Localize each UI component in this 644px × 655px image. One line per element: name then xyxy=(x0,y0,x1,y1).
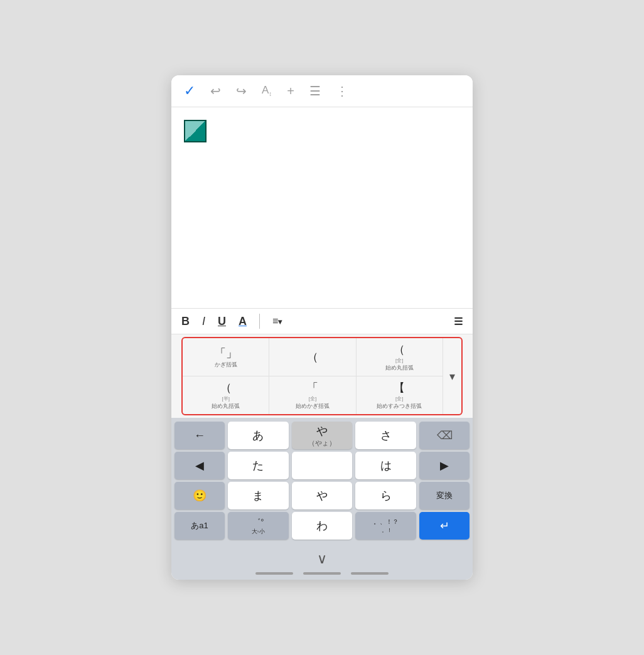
color-button[interactable]: A xyxy=(239,315,247,328)
suggestion-paren-half2[interactable]: （ [半] 始め丸括弧 xyxy=(183,376,269,414)
ya2-key[interactable]: や xyxy=(292,482,353,509)
keyboard-row-1: ← あ や （やょ） さ ⌫ xyxy=(171,420,473,450)
ma-key[interactable]: ま xyxy=(228,482,289,509)
suggestion-kagi[interactable]: 「」 かぎ括弧 xyxy=(183,338,269,376)
undo-icon[interactable]: ↩ xyxy=(210,83,221,99)
keyboard-row-2: ◀ た は ▶ xyxy=(171,450,473,481)
handle-bar-3 xyxy=(351,572,389,575)
handle-bar-1 xyxy=(255,572,293,575)
punct-key[interactable]: 。、！？ 。 ! xyxy=(355,512,416,540)
handle-bar-2 xyxy=(303,572,341,575)
dakuten-key[interactable]: ゛° 大◦小 xyxy=(228,512,289,540)
keyboard-row-3: 🙂 ま や ら 変換 xyxy=(171,481,473,511)
redo-icon[interactable]: ↪ xyxy=(236,83,247,99)
bottom-bar: ∨ xyxy=(171,543,473,570)
ra-key[interactable]: ら xyxy=(355,482,416,509)
toolbar-divider xyxy=(259,314,260,329)
add-icon[interactable]: + xyxy=(287,84,294,99)
empty-key[interactable] xyxy=(292,452,353,479)
ha-key[interactable]: は xyxy=(355,452,416,479)
align-button[interactable]: ≡▾ xyxy=(272,316,282,327)
suggestion-sumi[interactable]: 【 [全] 始めすみつき括弧 xyxy=(357,376,443,414)
suggestion-paren-half[interactable]: （ xyxy=(269,338,356,376)
ya-key[interactable]: や （やょ） xyxy=(292,422,353,449)
text-format-icon[interactable]: A↕ xyxy=(262,84,272,97)
wa-key[interactable]: わ xyxy=(292,512,353,540)
emoji-key[interactable]: 🙂 xyxy=(174,482,225,509)
ta-key[interactable]: た xyxy=(228,452,289,479)
a-key[interactable]: あ xyxy=(228,422,289,449)
phone-frame: ✓ ↩ ↪ A↕ + ☰ ⋮ B I U A ≡▾ ☰ 「」 かぎ括弧 xyxy=(171,75,473,580)
right-arrow-key[interactable]: ▶ xyxy=(419,452,470,479)
left-arrow-key[interactable]: ◀ xyxy=(174,452,225,479)
keyboard-row-4: あa1 ゛° 大◦小 わ 。、！？ 。 ! ↵ xyxy=(171,511,473,541)
suggestion-kagi-full[interactable]: 「 [全] 始めかぎ括弧 xyxy=(269,376,356,414)
bold-button[interactable]: B xyxy=(181,315,190,328)
backspace-key[interactable]: ⌫ xyxy=(419,422,470,449)
underline-button[interactable]: U xyxy=(218,315,226,328)
enter-key[interactable]: ↵ xyxy=(419,512,470,540)
toolbar-top: ✓ ↩ ↪ A↕ + ☰ ⋮ xyxy=(171,75,473,107)
document-area[interactable] xyxy=(171,107,473,308)
document-image xyxy=(184,120,207,142)
suggestion-rows: 「」 かぎ括弧 （ （ [全] 始め丸括弧 xyxy=(183,338,443,414)
suggestion-dropdown[interactable]: ▾ xyxy=(443,338,461,414)
bottom-handles xyxy=(171,570,473,580)
suggestion-bar: 「」 かぎ括弧 （ （ [全] 始め丸括弧 xyxy=(181,337,463,415)
suggestion-bottom-row: （ [半] 始め丸括弧 「 [全] 始めかぎ括弧 【 [全] 始めすみつき括弧 xyxy=(183,376,443,414)
sa-key[interactable]: さ xyxy=(355,422,416,449)
keyboard-area: ← あ や （やょ） さ ⌫ ◀ た xyxy=(171,418,473,543)
more-icon[interactable]: ⋮ xyxy=(336,83,348,99)
suggestion-paren-full[interactable]: （ [全] 始め丸括弧 xyxy=(357,338,443,376)
input-mode-key[interactable]: あa1 xyxy=(174,512,225,540)
chevron-down-icon[interactable]: ∨ xyxy=(317,548,327,567)
check-icon[interactable]: ✓ xyxy=(184,83,195,99)
suggestion-wrapper: 「」 かぎ括弧 （ （ [全] 始め丸括弧 xyxy=(171,334,473,418)
italic-button[interactable]: I xyxy=(202,315,205,328)
list-button[interactable]: ☰ xyxy=(454,316,463,328)
format-toolbar: B I U A ≡▾ ☰ xyxy=(171,308,473,334)
comment-icon[interactable]: ☰ xyxy=(309,83,321,99)
backspace-left-key[interactable]: ← xyxy=(174,422,225,449)
convert-key[interactable]: 変換 xyxy=(419,482,470,509)
suggestion-top-row: 「」 かぎ括弧 （ （ [全] 始め丸括弧 xyxy=(183,338,443,376)
